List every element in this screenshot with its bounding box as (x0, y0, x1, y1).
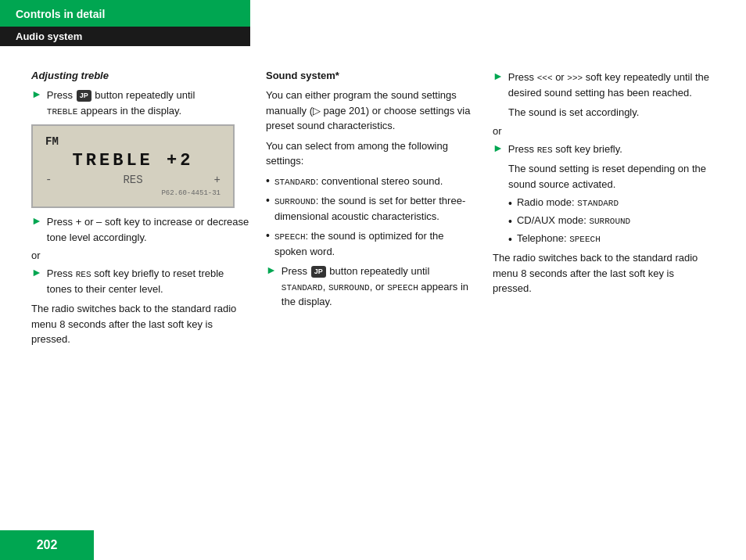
header-subtitle: Audio system (16, 31, 82, 42)
fm-res: RES (123, 174, 142, 186)
or-text-2: or (493, 125, 715, 137)
cdaux-mode-text: CD/AUX mode: SURROUND (517, 214, 630, 226)
right-column: ► Press <<< or >>> soft key repeatedly u… (493, 70, 715, 352)
standard-mono: STANDARD (282, 283, 323, 293)
arrow-icon-2: ► (31, 214, 42, 227)
fm-plus: + (214, 174, 221, 186)
res-label: RES (76, 270, 91, 279)
arrow-icon-6: ► (493, 142, 504, 154)
surround-mono: SURROUND (328, 283, 370, 293)
cdaux-mode-bullet: • CD/AUX mode: SURROUND (508, 214, 715, 228)
telephone-mode-bullet: • Telephone: SPEECH (508, 232, 715, 246)
or-text-1: or (31, 249, 250, 261)
fm-minus: - (45, 174, 52, 186)
bullet-press-jp: ► Press JP button repeatedly until TREBL… (31, 88, 250, 118)
arrow-icon: ► (31, 88, 42, 100)
bullet3-text: Press RES soft key briefly to reset treb… (47, 266, 250, 296)
res-label-right: RES (537, 145, 553, 155)
speech-bullet: • SPEECH: the sound is optimized for the… (266, 228, 477, 259)
header-black-bar: Audio system (0, 27, 250, 46)
arrow-icon-4: ► (266, 264, 277, 276)
fm-treble-row: TREBLE +2 (45, 151, 221, 171)
sound-system-title: Sound system* (266, 70, 477, 81)
jp-button-icon: JP (77, 90, 91, 102)
caret-left-icon: <<< (537, 74, 553, 83)
bullet-dot-3: • (266, 229, 270, 242)
radio-mode-text: Radio mode: STANDARD (517, 196, 619, 208)
arrow-icon-3: ► (31, 266, 42, 278)
fm-bottom-row: - RES + (45, 174, 221, 186)
speech-mono: SPEECH (387, 283, 418, 293)
jp-sound-text: Press JP button repeatedly until STANDAR… (282, 264, 477, 310)
surround-mode-value: SURROUND (589, 217, 630, 226)
standard-text: STANDARD: conventional stereo sound. (274, 174, 443, 189)
surround-bullet: • SURROUND: the sound is set for better … (266, 193, 477, 224)
page-number: 202 (0, 530, 94, 560)
fm-img-label: P62.60-4451-31 (45, 189, 221, 197)
bullet-dot-5: • (508, 215, 512, 228)
fm-label: FM (45, 135, 221, 148)
speech-text: SPEECH: the sound is optimized for the s… (274, 228, 477, 259)
speech-mode-value: SPEECH (569, 235, 601, 244)
bullet-dot-6: • (508, 233, 512, 246)
right-para-sound-set: The sound is set accordingly. (508, 105, 715, 120)
jp-button-icon-2: JP (311, 266, 326, 278)
bullet-jp-sound: ► Press JP button repeatedly until STAND… (266, 264, 477, 310)
standard-bullet: • STANDARD: conventional stereo sound. (266, 174, 477, 189)
right-para-reset-depends: The sound setting is reset depending on … (508, 161, 715, 192)
left-para-radio-switches: The radio switches back to the standard … (31, 301, 250, 347)
bullet1-text: Press JP button repeatedly until TREBLE … (47, 88, 195, 118)
right-para-radio-switches: The radio switches back to the standard … (493, 250, 715, 296)
radio-mode-bullet: • Radio mode: STANDARD (508, 196, 715, 210)
bullet-dot-4: • (508, 197, 512, 210)
left-column: Adjusting treble ► Press JP button repea… (31, 70, 266, 352)
sound-bullets: • STANDARD: conventional stereo sound. •… (266, 174, 477, 260)
bullet-plus-minus: ► Press + or – soft key to increase or d… (31, 214, 250, 245)
mode-bullets: • Radio mode: STANDARD • CD/AUX mode: SU… (508, 196, 715, 246)
bullet-res-reset: ► Press RES soft key briefly to reset tr… (31, 266, 250, 296)
bullet-res-right: ► Press RES soft key briefly. (493, 142, 715, 157)
surround-text: SURROUND: the sound is set for better th… (274, 193, 477, 224)
telephone-mode-text: Telephone: SPEECH (517, 232, 601, 244)
adjusting-treble-title: Adjusting treble (31, 70, 250, 81)
header-green-bar: Controls in detail (0, 0, 250, 27)
header-title: Controls in detail (16, 8, 105, 20)
arrow-icon-5: ► (493, 70, 504, 82)
bullet2-text: Press + or – soft key to increase or dec… (47, 214, 250, 245)
caret-right-icon: >>> (567, 74, 583, 83)
bullet-carets: ► Press <<< or >>> soft key repeatedly u… (493, 70, 715, 100)
bullet-dot-2: • (266, 194, 270, 206)
middle-para1: You can either program the sound setting… (266, 88, 477, 134)
res-right-text: Press RES soft key briefly. (508, 142, 622, 157)
middle-para2: You can select from among the following … (266, 138, 477, 169)
fm-display: FM TREBLE +2 - RES + P62.60-4451-31 (31, 124, 235, 208)
bullet-dot-1: • (266, 174, 270, 187)
caret-text: Press <<< or >>> soft key repeatedly unt… (508, 70, 715, 100)
middle-column: Sound system* You can either program the… (266, 70, 493, 352)
standard-mode-value: STANDARD (577, 199, 619, 208)
